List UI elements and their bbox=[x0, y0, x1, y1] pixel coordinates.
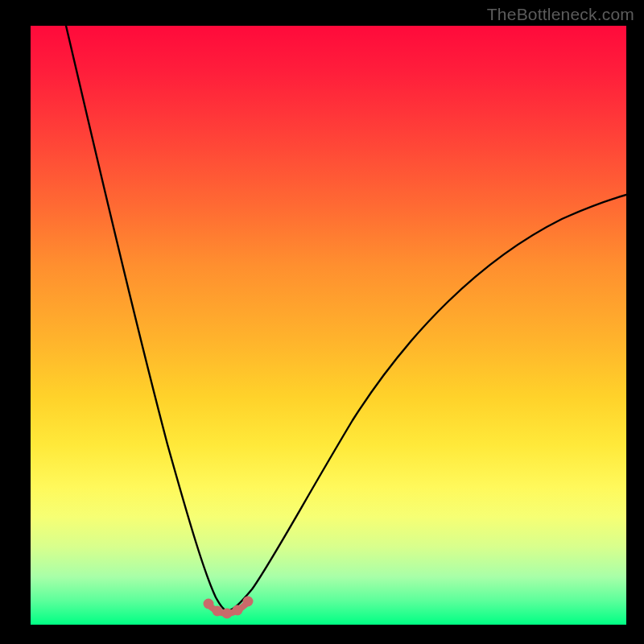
watermark-text: TheBottleneck.com bbox=[487, 5, 634, 24]
valley-dot bbox=[233, 605, 243, 616]
chart-frame: TheBottleneck.com bbox=[0, 0, 644, 644]
valley-dot bbox=[213, 606, 223, 617]
plot-area bbox=[31, 26, 626, 625]
valley-dot bbox=[243, 597, 254, 607]
curve-layer bbox=[31, 26, 626, 625]
valley-dot bbox=[222, 609, 233, 619]
curve-right bbox=[227, 195, 626, 611]
curve-left bbox=[66, 26, 227, 611]
valley-dot bbox=[204, 599, 214, 609]
